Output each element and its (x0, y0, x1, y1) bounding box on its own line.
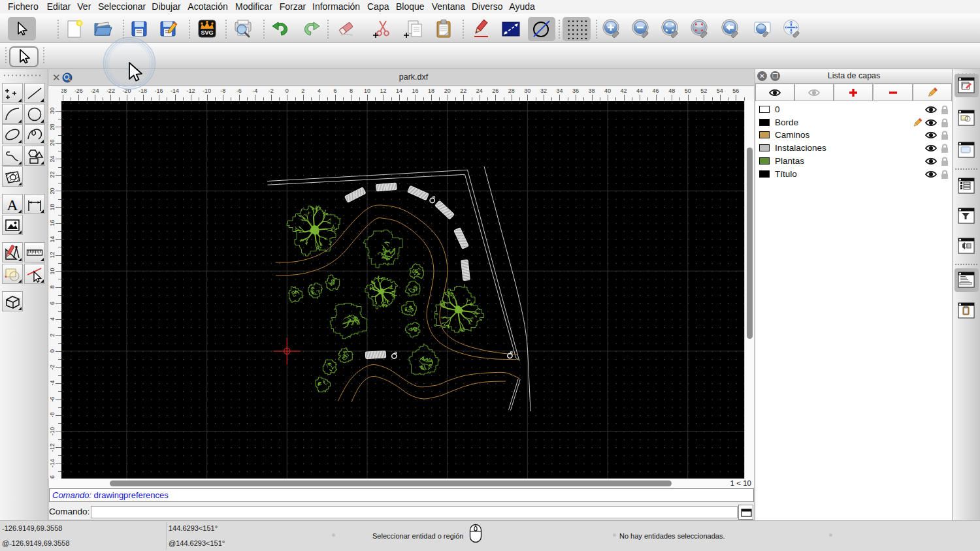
svg-text:SVG: SVG (201, 29, 213, 36)
svg-text:A: A (7, 197, 18, 213)
